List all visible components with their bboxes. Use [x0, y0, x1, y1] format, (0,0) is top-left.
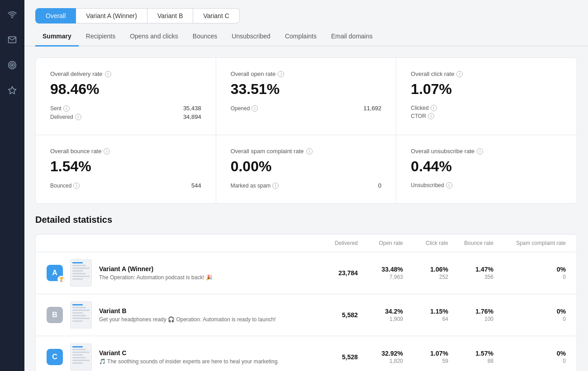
- unsubscribed-row: Unsubscribed i: [411, 182, 562, 188]
- tab-overall[interactable]: Overall: [35, 8, 76, 23]
- bounced-value: 544: [191, 182, 201, 189]
- subtab-opens-clicks[interactable]: Opens and clicks: [123, 27, 185, 47]
- email-icon[interactable]: [5, 33, 19, 47]
- svg-point-2: [10, 63, 14, 67]
- variant-b-bounce-rate: 1.76% 100: [448, 308, 493, 322]
- table-row: A 🏆 Variant A: [36, 252, 577, 294]
- svg-point-0: [12, 17, 13, 18]
- open-rate-label: Overall open rate i: [231, 70, 382, 77]
- target-icon[interactable]: [5, 58, 19, 72]
- variant-a-badge: A 🏆: [47, 265, 63, 281]
- variant-c-delivered: 5,528: [303, 353, 358, 361]
- variant-a-delivered: 23,784: [303, 269, 358, 277]
- wifi-icon[interactable]: [5, 7, 19, 22]
- table-row: B Variant B Get your headpho: [36, 294, 577, 336]
- variant-a-info: A 🏆 Variant A: [47, 259, 303, 286]
- variant-tabs: Overall Variant A (Winner) Variant B Var…: [24, 0, 588, 23]
- tab-variant-b[interactable]: Variant B: [147, 8, 194, 23]
- bounce-rate-cell: Overall bounce rate i 1.54% Bounced i 54…: [36, 135, 216, 203]
- sent-row: Sent i 35,438: [50, 105, 201, 112]
- spam-rate-label: Overall spam complaint rate i: [231, 148, 382, 155]
- subtab-bounces[interactable]: Bounces: [185, 27, 224, 47]
- subtab-summary[interactable]: Summary: [35, 27, 79, 47]
- header-variant: [47, 240, 303, 246]
- variant-b-info: B Variant B Get your headpho: [47, 301, 303, 329]
- variant-b-name: Variant B: [99, 307, 303, 315]
- detail-table: Delivered Open rate Click rate Bounce ra…: [35, 234, 577, 371]
- subtab-complaints[interactable]: Complaints: [278, 27, 324, 47]
- bounce-rate-label: Overall bounce rate i: [50, 148, 201, 155]
- unsubscribe-rate-cell: Overall unsubscribe rate i 0.44% Unsubsc…: [396, 135, 577, 203]
- click-rate-cell: Overall click rate i 1.07% Clicked i CTO…: [396, 58, 577, 135]
- delivery-rate-value: 98.46%: [50, 81, 201, 98]
- variant-b-spam-rate: 0% 0: [493, 308, 566, 322]
- variant-c-spam-rate: 0% 0: [493, 350, 566, 364]
- variant-b-delivered: 5,582: [303, 311, 358, 319]
- variant-a-spam-rate: 0% 0: [493, 266, 566, 280]
- variant-b-badge: B: [47, 307, 63, 323]
- tab-variant-c[interactable]: Variant C: [193, 8, 239, 23]
- clicked-row: Clicked i: [411, 105, 562, 111]
- table-row: C Variant C 🎵 The soothing: [36, 336, 577, 371]
- open-rate-cell: Overall open rate i 33.51% Opened i 11,6…: [216, 58, 397, 135]
- header-spam-rate: Spam complaint rate: [493, 240, 566, 246]
- sparkle-icon[interactable]: [5, 83, 19, 98]
- unsubscribe-rate-label: Overall unsubscribe rate i: [411, 148, 562, 155]
- variant-b-click-rate: 1.15% 64: [403, 308, 448, 322]
- delivered-row: Delivered i 34,894: [50, 113, 201, 120]
- unsubscribe-rate-info-icon[interactable]: i: [477, 148, 483, 155]
- tab-variant-a[interactable]: Variant A (Winner): [76, 8, 147, 23]
- ctor-info-icon[interactable]: i: [428, 113, 434, 119]
- header-bounce-rate: Bounce rate: [448, 240, 493, 246]
- table-header: Delivered Open rate Click rate Bounce ra…: [36, 235, 577, 252]
- header-click-rate: Click rate: [403, 240, 448, 246]
- variant-c-badge: C: [47, 349, 63, 365]
- sent-info-icon[interactable]: i: [63, 105, 70, 112]
- variant-a-click-rate: 1.06% 252: [403, 266, 448, 280]
- variant-a-open-rate: 33.48% 7,963: [358, 266, 403, 280]
- variant-a-thumbnail: [70, 259, 92, 286]
- variant-b-thumbnail: [70, 301, 92, 329]
- click-rate-label: Overall click rate i: [411, 70, 562, 77]
- subtab-email-domains[interactable]: Email domains: [324, 27, 380, 47]
- variant-a-text: Variant A (Winner) The Operation: Automa…: [99, 265, 303, 281]
- bounce-rate-info-icon[interactable]: i: [104, 148, 110, 155]
- click-rate-value: 1.07%: [411, 81, 562, 98]
- variant-b-text: Variant B Get your headphones ready 🎧 Op…: [99, 307, 303, 323]
- winner-icon: 🏆: [57, 276, 65, 283]
- variant-a-subject: The Operation: Automation podcast is bac…: [99, 274, 303, 281]
- delivery-rate-label: Overall delivery rate i: [50, 70, 201, 77]
- delivered-value: 34,894: [183, 113, 201, 120]
- svg-marker-4: [9, 87, 16, 94]
- marked-spam-row: Marked as spam i 0: [231, 182, 382, 189]
- opened-info-icon[interactable]: i: [251, 105, 258, 112]
- unsubscribed-info-icon[interactable]: i: [446, 182, 452, 188]
- variant-c-subject: 🎵 The soothing sounds of insider experts…: [99, 358, 303, 365]
- variant-a-name: Variant A (Winner): [99, 265, 303, 272]
- variant-c-info: C Variant C 🎵 The soothing: [47, 343, 303, 371]
- variant-c-bounce-rate: 1.57% 88: [448, 350, 493, 364]
- spam-rate-value: 0.00%: [231, 158, 382, 175]
- ctor-row: CTOR i: [411, 113, 562, 119]
- delivery-rate-info-icon[interactable]: i: [105, 71, 111, 77]
- content-area: Overall delivery rate i 98.46% Sent i 35…: [24, 47, 588, 371]
- variant-c-name: Variant C: [99, 349, 303, 357]
- variant-b-open-rate: 34.2% 1,909: [358, 308, 403, 322]
- spam-info-icon[interactable]: i: [272, 183, 279, 189]
- click-rate-info-icon[interactable]: i: [456, 71, 463, 77]
- variant-a-bounce-rate: 1.47% 356: [448, 266, 493, 280]
- variant-c-thumbnail: [70, 343, 92, 371]
- subtab-unsubscribed[interactable]: Unsubscribed: [224, 27, 278, 47]
- spam-value: 0: [378, 182, 381, 189]
- variant-c-open-rate: 32.92% 1,820: [358, 350, 403, 364]
- clicked-info-icon[interactable]: i: [431, 105, 437, 111]
- subtab-recipients[interactable]: Recipients: [79, 27, 123, 47]
- open-rate-info-icon[interactable]: i: [278, 71, 284, 77]
- bounced-info-icon[interactable]: i: [73, 183, 80, 189]
- main-content: Overall Variant A (Winner) Variant B Var…: [24, 0, 588, 371]
- bounced-row: Bounced i 544: [50, 182, 201, 189]
- variant-c-text: Variant C 🎵 The soothing sounds of insid…: [99, 349, 303, 365]
- delivered-info-icon[interactable]: i: [75, 114, 81, 120]
- spam-rate-info-icon[interactable]: i: [306, 148, 313, 155]
- detailed-statistics-section: Detailed statistics Delivered Open rate …: [35, 215, 577, 371]
